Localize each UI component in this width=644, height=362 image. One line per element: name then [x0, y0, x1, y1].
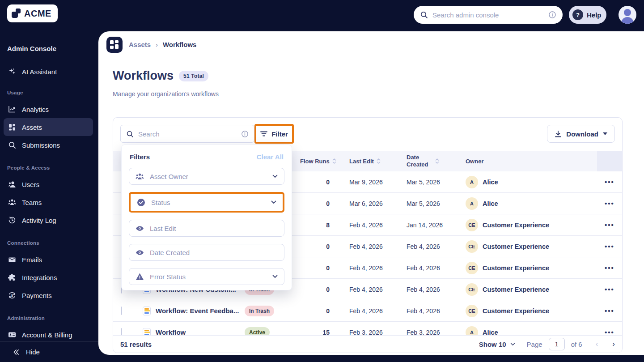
date-created-value: Feb 4, 2026: [398, 243, 458, 250]
row-menu-button[interactable]: •••: [597, 178, 622, 186]
sidebar-item-users[interactable]: Users: [4, 175, 93, 193]
owner-name: Customer Experience: [483, 286, 549, 293]
table-row[interactable]: Workflow: Event Feedba... In Trash 0 Feb…: [113, 300, 622, 322]
column-actions: [597, 151, 622, 171]
owner-avatar: A: [466, 197, 478, 210]
last-edit-value: Feb 4, 2026: [341, 286, 398, 293]
status-badge: Active: [245, 327, 270, 336]
filter-field-date-created[interactable]: Date Created: [129, 244, 284, 261]
eye-icon: [136, 224, 144, 233]
sidebar-item-account-billing[interactable]: Account & Billing: [4, 326, 93, 344]
sidebar-item-integrations[interactable]: Integrations: [4, 268, 93, 286]
chevron-down-icon: [272, 175, 278, 178]
last-edit-value: Feb 4, 2026: [341, 264, 398, 272]
hide-label: Hide: [26, 348, 40, 356]
last-edit-value: Mar 6, 2026: [341, 200, 398, 207]
chevron-down-icon: [272, 275, 278, 278]
sidebar-item-label: Account & Billing: [22, 331, 72, 339]
eye-icon: [136, 248, 144, 257]
admin-search-bar[interactable]: [414, 6, 563, 24]
sidebar-item-analytics[interactable]: Analytics: [4, 100, 93, 118]
sidebar-item-emails[interactable]: Emails: [4, 251, 93, 268]
breadcrumb: Assets › Workflows: [98, 31, 644, 58]
filter-highlight-box: Filter: [254, 124, 294, 144]
sidebar-item-label: Emails: [22, 256, 42, 264]
envelope-icon: [8, 256, 16, 264]
grid-icon: [8, 123, 16, 131]
sidebar-item-ai-assistant[interactable]: AI Assistant: [4, 63, 93, 81]
prev-page-button[interactable]: ‹: [596, 340, 598, 349]
row-checkbox[interactable]: [121, 307, 122, 315]
column-last-edit[interactable]: Last Edit: [341, 158, 398, 165]
main-panel: Assets › Workflows Workflows 51 Total Ma…: [98, 31, 644, 355]
sidebar-item-assets[interactable]: Assets: [4, 118, 93, 136]
filter-field-error-status[interactable]: Error Status: [129, 268, 284, 285]
column-flow-runs[interactable]: Flow Runs: [300, 158, 341, 165]
sidebar-item-label: Analytics: [22, 106, 49, 113]
sidebar-item-submissions[interactable]: Submissions: [4, 136, 93, 154]
users-icon: [8, 180, 16, 188]
row-menu-button[interactable]: •••: [597, 243, 622, 250]
row-menu-button[interactable]: •••: [597, 221, 622, 229]
filter-field-last-edit[interactable]: Last Edit: [129, 220, 284, 237]
sidebar-item-payments[interactable]: $ Payments: [4, 286, 93, 304]
sparkles-icon: [8, 68, 16, 76]
filter-field-asset-owner[interactable]: Asset Owner: [129, 168, 284, 185]
hide-sidebar-button[interactable]: Hide: [0, 341, 98, 362]
question-icon: ?: [572, 9, 583, 20]
clock-history-icon: [8, 216, 16, 224]
owner-name: Customer Experience: [483, 264, 549, 272]
column-owner[interactable]: Owner: [458, 158, 597, 165]
table-row[interactable]: Workflow Active 15 Feb 3, 2026 Feb 3, 20…: [113, 322, 622, 336]
date-created-value: Jan 14, 2026: [398, 221, 458, 229]
sidebar-item-teams[interactable]: Teams: [4, 193, 93, 211]
sidebar-item-label: Submissions: [22, 141, 60, 149]
breadcrumb-assets[interactable]: Assets: [129, 41, 151, 48]
table-search-input[interactable]: [138, 130, 237, 138]
help-button[interactable]: ? Help: [569, 6, 606, 24]
page-label: Page: [527, 341, 542, 348]
sort-icon[interactable]: [377, 158, 381, 164]
info-icon[interactable]: [241, 130, 249, 138]
date-created-value: Feb 4, 2026: [398, 286, 458, 293]
download-button[interactable]: Download: [547, 125, 615, 143]
last-edit-value: Feb 4, 2026: [341, 307, 398, 315]
page-title: Workflows: [113, 69, 174, 83]
admin-search-input[interactable]: [432, 11, 544, 19]
flow-runs-value: 0: [300, 286, 341, 293]
sort-icon[interactable]: [435, 158, 439, 164]
next-page-button[interactable]: ›: [612, 340, 615, 349]
row-menu-button[interactable]: •••: [597, 200, 622, 207]
row-menu-button[interactable]: •••: [597, 264, 622, 272]
clear-all-button[interactable]: Clear All: [257, 153, 284, 161]
chevron-down-icon: [603, 132, 607, 135]
date-created-value: Feb 4, 2026: [398, 264, 458, 272]
table-search-bar[interactable]: [120, 125, 254, 143]
page-number-input[interactable]: [549, 338, 565, 350]
filter-label: Filter: [271, 130, 288, 138]
sidebar-item-label: Payments: [22, 292, 52, 299]
info-icon[interactable]: [548, 11, 556, 19]
acme-logo[interactable]: ACME: [7, 4, 58, 22]
id-card-icon: [8, 331, 16, 339]
section-label-administration: Administration: [7, 315, 45, 321]
status-badge: In Trash: [245, 306, 274, 316]
date-created-value: Mar 5, 2026: [398, 179, 458, 186]
sort-icon[interactable]: [332, 158, 336, 164]
user-avatar[interactable]: [619, 6, 636, 24]
filters-title: Filters: [130, 153, 150, 161]
row-menu-button[interactable]: •••: [597, 307, 622, 315]
row-menu-button[interactable]: •••: [597, 285, 622, 293]
section-label-people: People & Access: [7, 165, 50, 170]
page-of-label: of 6: [571, 341, 582, 348]
help-label: Help: [587, 11, 602, 19]
last-edit-value: Mar 9, 2026: [341, 179, 398, 186]
sidebar-item-activity-log[interactable]: Activity Log: [4, 211, 93, 229]
column-date-created[interactable]: Date Created: [398, 154, 458, 169]
page-subtitle: Manage your organization's workflows: [113, 90, 219, 98]
show-per-page-select[interactable]: Show 10: [479, 341, 515, 348]
filter-button[interactable]: Filter: [260, 130, 288, 138]
workflow-name[interactable]: Workflow: Event Feedba...: [156, 307, 239, 315]
dollar-cycle-icon: $: [8, 291, 16, 299]
filter-field-status[interactable]: Status: [131, 194, 283, 211]
